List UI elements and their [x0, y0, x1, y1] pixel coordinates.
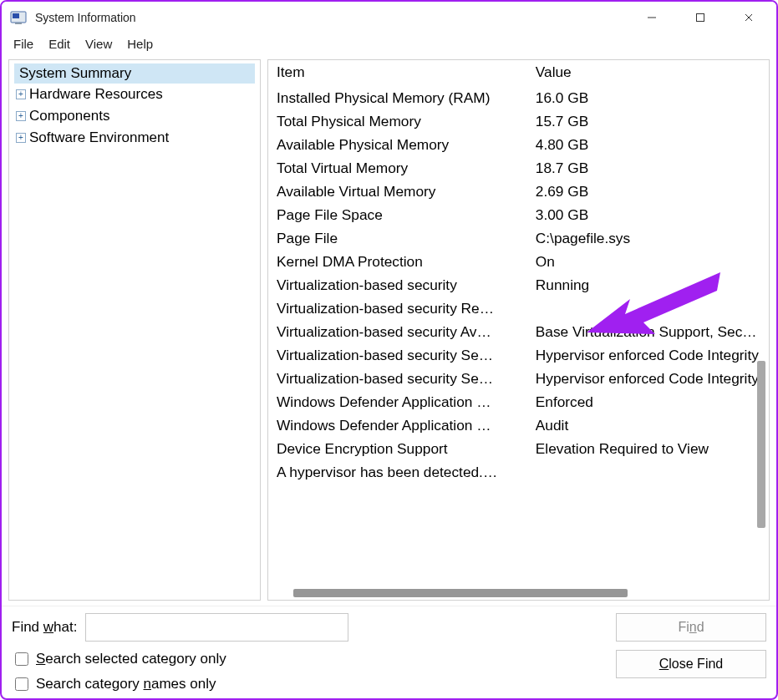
table-row[interactable]: Total Virtual Memory18.7 GB: [268, 156, 769, 180]
cell-value: 2.69 GB: [527, 180, 769, 203]
tree-item-software-environment[interactable]: + Software Environment: [14, 127, 255, 149]
table-row[interactable]: Total Physical Memory15.7 GB: [268, 109, 769, 133]
cell-value: 18.7 GB: [527, 156, 769, 180]
vertical-scroll-thumb[interactable]: [757, 361, 765, 528]
cell-item: Windows Defender Application …: [268, 413, 527, 437]
table-row[interactable]: Installed Physical Memory (RAM)16.0 GB: [268, 86, 769, 109]
cell-value: Running: [527, 273, 769, 297]
check-search-selected-category[interactable]: Search selected category only: [12, 650, 226, 668]
cell-value: Base Virtualization Support, Security: [527, 320, 769, 343]
table-row[interactable]: Virtualization-based security Se…Hypervi…: [268, 367, 769, 390]
svg-rect-2: [15, 23, 22, 24]
cell-value: On: [527, 250, 769, 273]
find-button[interactable]: Find: [616, 613, 766, 642]
cell-item: Windows Defender Application …: [268, 390, 527, 413]
tree-item-label: Components: [29, 108, 109, 124]
cell-item: Virtualization-based security Se…: [268, 343, 527, 367]
cell-value: 15.7 GB: [527, 109, 769, 133]
cell-value: 16.0 GB: [527, 86, 769, 109]
cell-value: C:\pagefile.sys: [527, 226, 769, 250]
tree-pane: System Summary + Hardware Resources + Co…: [8, 59, 261, 601]
tree-item-components[interactable]: + Components: [14, 105, 255, 127]
table-row[interactable]: Virtualization-based security Re…: [268, 297, 769, 320]
cell-item: Virtualization-based security Av…: [268, 320, 527, 343]
find-what-label: Find what:: [12, 619, 77, 636]
cell-item: Virtualization-based security Re…: [268, 297, 527, 320]
tree-item-hardware-resources[interactable]: + Hardware Resources: [14, 84, 255, 105]
table-row[interactable]: Windows Defender Application …Audit: [268, 413, 769, 437]
expand-icon[interactable]: +: [16, 133, 26, 143]
svg-rect-1: [13, 13, 19, 18]
cell-value: [527, 460, 769, 484]
table-row[interactable]: Windows Defender Application …Enforced: [268, 390, 769, 413]
cell-item: Kernel DMA Protection: [268, 250, 527, 273]
close-find-button[interactable]: Close Find: [616, 650, 766, 678]
minimize-button[interactable]: [628, 2, 676, 33]
maximize-button[interactable]: [676, 2, 725, 33]
tree-root-system-summary[interactable]: System Summary: [14, 63, 255, 84]
cell-value: [527, 297, 769, 320]
table-row[interactable]: Virtualization-based security Av…Base Vi…: [268, 320, 769, 343]
table-row[interactable]: Page File Space3.00 GB: [268, 203, 769, 226]
cell-item: Virtualization-based security Se…: [268, 367, 527, 390]
check-search-category-names[interactable]: Search category names only: [12, 675, 226, 693]
cell-item: Total Physical Memory: [268, 109, 527, 133]
table-row[interactable]: Virtualization-based securityRunning: [268, 273, 769, 297]
cell-item: Total Virtual Memory: [268, 156, 527, 180]
close-button[interactable]: [725, 2, 773, 33]
col-header-value[interactable]: Value: [527, 60, 769, 86]
check-search-category-names-box[interactable]: [15, 677, 28, 691]
cell-item: Device Encryption Support: [268, 437, 527, 460]
check-search-selected-category-box[interactable]: [15, 652, 28, 666]
window-title: System Information: [35, 11, 136, 24]
cell-item: Available Virtual Memory: [268, 180, 527, 203]
app-icon: [10, 9, 27, 26]
find-what-input[interactable]: [85, 613, 348, 642]
tree-item-label: Hardware Resources: [29, 86, 163, 103]
info-table: Item Value Installed Physical Memory (RA…: [268, 60, 769, 484]
cell-item: Available Physical Memory: [268, 133, 527, 156]
cell-item: A hypervisor has been detected.…: [268, 460, 527, 484]
tree-item-label: Software Environment: [29, 129, 169, 146]
table-row[interactable]: Device Encryption SupportElevation Requi…: [268, 437, 769, 460]
table-row[interactable]: Virtualization-based security Se…Hypervi…: [268, 343, 769, 367]
find-bar: Find what: Find Search selected category…: [2, 606, 776, 698]
cell-value: 3.00 GB: [527, 203, 769, 226]
cell-value: Hypervisor enforced Code Integrity: [527, 367, 769, 390]
menu-view[interactable]: View: [85, 37, 112, 51]
menu-edit[interactable]: Edit: [48, 37, 70, 51]
list-scroll-area[interactable]: Item Value Installed Physical Memory (RA…: [268, 60, 769, 586]
horizontal-scroll-thumb[interactable]: [293, 589, 628, 597]
menubar: File Edit View Help: [2, 33, 776, 56]
table-row[interactable]: Page FileC:\pagefile.sys: [268, 226, 769, 250]
menu-file[interactable]: File: [13, 37, 33, 51]
cell-item: Installed Physical Memory (RAM): [268, 86, 527, 109]
col-header-item[interactable]: Item: [268, 60, 527, 86]
cell-value: 4.80 GB: [527, 133, 769, 156]
cell-value: Enforced: [527, 390, 769, 413]
cell-item: Page File: [268, 226, 527, 250]
table-row[interactable]: Kernel DMA ProtectionOn: [268, 250, 769, 273]
table-row[interactable]: Available Physical Memory4.80 GB: [268, 133, 769, 156]
horizontal-scrollbar[interactable]: [268, 586, 769, 600]
expand-icon[interactable]: +: [16, 111, 26, 121]
cell-value: Audit: [527, 413, 769, 437]
vertical-scrollbar[interactable]: [755, 60, 767, 571]
menu-help[interactable]: Help: [127, 37, 153, 51]
cell-item: Virtualization-based security: [268, 273, 527, 297]
expand-icon[interactable]: +: [16, 89, 26, 99]
main-content: System Summary + Hardware Resources + Co…: [2, 56, 776, 606]
list-pane: Item Value Installed Physical Memory (RA…: [267, 59, 770, 601]
table-row[interactable]: A hypervisor has been detected.…: [268, 460, 769, 484]
cell-value: Elevation Required to View: [527, 437, 769, 460]
titlebar: System Information: [2, 2, 776, 33]
table-row[interactable]: Available Virtual Memory2.69 GB: [268, 180, 769, 203]
cell-value: Hypervisor enforced Code Integrity: [527, 343, 769, 367]
svg-rect-4: [697, 14, 704, 22]
cell-item: Page File Space: [268, 203, 527, 226]
